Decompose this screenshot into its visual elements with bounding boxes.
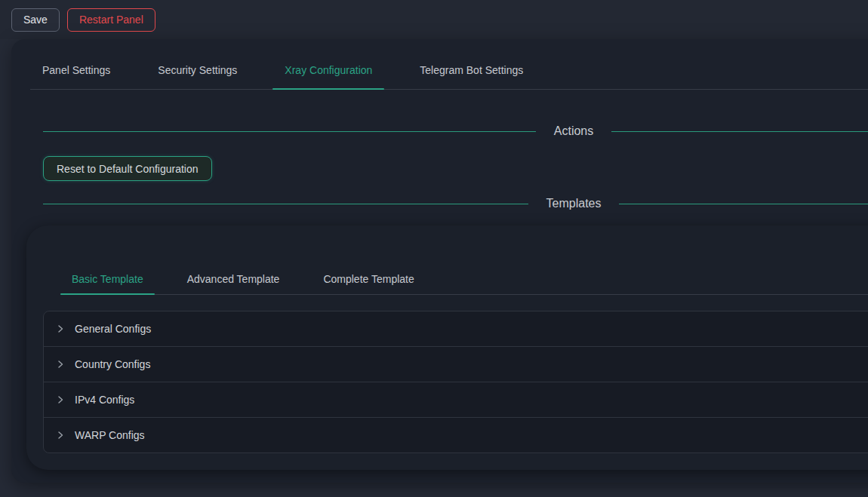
divider-line xyxy=(619,204,868,204)
settings-tabs: Panel Settings Security Settings Xray Co… xyxy=(30,48,868,90)
chevron-right-icon xyxy=(56,324,65,333)
actions-divider: Actions xyxy=(43,124,868,139)
save-button[interactable]: Save xyxy=(11,8,60,32)
reset-default-config-button[interactable]: Reset to Default Configuration xyxy=(43,156,212,181)
collapse-warp-configs[interactable]: WARP Configs xyxy=(44,418,868,453)
collapse-ipv4-configs[interactable]: IPv4 Configs xyxy=(44,382,868,418)
collapse-item-label: WARP Configs xyxy=(75,428,145,443)
templates-card: Basic Template Advanced Template Complet… xyxy=(26,225,868,470)
template-tabs: Basic Template Advanced Template Complet… xyxy=(60,260,868,295)
tab-panel-settings[interactable]: Panel Settings xyxy=(30,48,122,89)
chevron-right-icon xyxy=(56,360,65,369)
topbar: Save Restart Panel xyxy=(0,0,868,39)
collapse-general-configs[interactable]: General Configs xyxy=(44,311,868,347)
tab-advanced-template[interactable]: Advanced Template xyxy=(176,260,291,294)
chevron-right-icon xyxy=(56,395,65,404)
settings-card: Panel Settings Security Settings Xray Co… xyxy=(11,39,868,483)
actions-divider-title: Actions xyxy=(536,124,611,139)
tab-security-settings[interactable]: Security Settings xyxy=(146,48,249,89)
tab-complete-template[interactable]: Complete Template xyxy=(312,260,425,294)
collapse-item-label: IPv4 Configs xyxy=(75,392,134,407)
collapse-item-label: Country Configs xyxy=(75,357,150,372)
templates-divider: Templates xyxy=(43,196,868,211)
divider-line xyxy=(43,131,536,132)
restart-panel-button[interactable]: Restart Panel xyxy=(67,8,155,32)
app-screen: Save Restart Panel Panel Settings Securi… xyxy=(0,0,868,497)
divider-line xyxy=(611,131,868,132)
chevron-right-icon xyxy=(56,431,65,440)
templates-divider-title: Templates xyxy=(528,196,620,211)
tab-telegram-bot-settings[interactable]: Telegram Bot Settings xyxy=(408,48,535,89)
template-collapse: General Configs Country Configs xyxy=(43,311,868,453)
tab-xray-configuration[interactable]: Xray Configuration xyxy=(272,48,384,89)
collapse-item-label: General Configs xyxy=(75,321,151,336)
tab-basic-template[interactable]: Basic Template xyxy=(60,260,155,294)
collapse-country-configs[interactable]: Country Configs xyxy=(44,347,868,382)
divider-line xyxy=(43,204,528,204)
